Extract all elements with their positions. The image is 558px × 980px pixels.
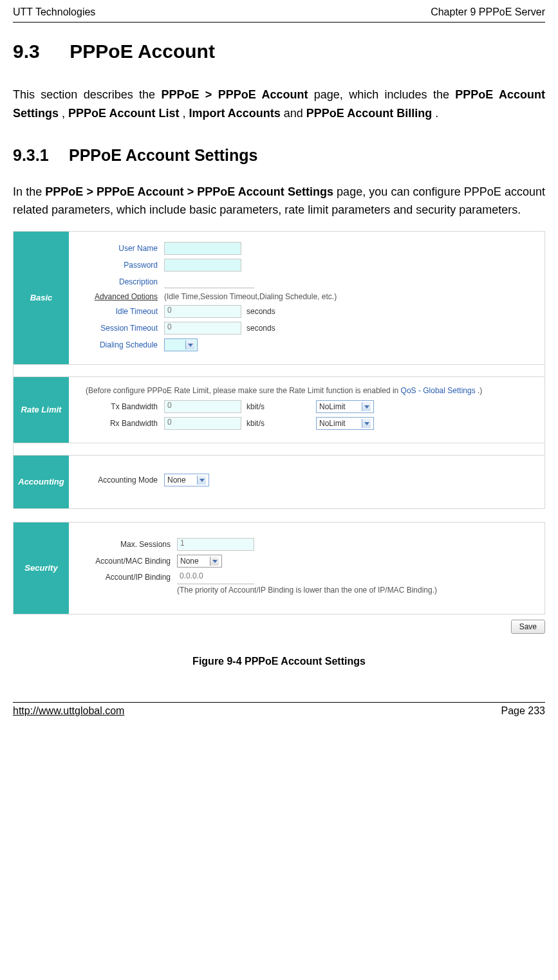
figure-caption: Figure 9-4 PPPoE Account Settings bbox=[13, 656, 545, 667]
accounting-mode-select[interactable]: None bbox=[164, 474, 209, 486]
advanced-options-link[interactable]: Advanced Options bbox=[80, 292, 164, 301]
section-9-3-1-title: PPPoE Account Settings bbox=[69, 146, 258, 164]
accounting-body: Accounting Mode None bbox=[69, 456, 544, 508]
section-9-3-title: PPPoE Account bbox=[70, 41, 215, 62]
chevron-down-icon bbox=[362, 419, 371, 428]
security-section: Security Max. Sessions 1 Account/MAC Bin… bbox=[14, 522, 544, 614]
section-9-3-1-heading: 9.3.1 PPPoE Account Settings bbox=[13, 146, 545, 165]
section-9-3-1-paragraph: In the PPPoE > PPPoE Account > PPPoE Acc… bbox=[13, 183, 545, 220]
session-timeout-unit: seconds bbox=[246, 324, 275, 333]
tx-limit-select[interactable]: NoLimit bbox=[316, 400, 374, 413]
tx-bandwidth-label: Tx Bandwidth bbox=[80, 402, 164, 411]
rate-limit-section: Rate Limit (Before configure PPPoE Rate … bbox=[14, 377, 544, 443]
section-9-3-heading: 9.3 PPPoE Account bbox=[13, 41, 545, 62]
chevron-down-icon bbox=[362, 402, 371, 411]
idle-timeout-unit: seconds bbox=[246, 307, 275, 316]
divider bbox=[14, 443, 544, 456]
rate-limit-note: (Before configure PPPoE Rate Limit, plea… bbox=[86, 386, 535, 395]
chevron-down-icon bbox=[210, 557, 219, 566]
rate-limit-tab: Rate Limit bbox=[14, 377, 69, 443]
description-input[interactable] bbox=[164, 275, 254, 288]
save-button[interactable]: Save bbox=[511, 620, 545, 634]
security-tab: Security bbox=[14, 522, 69, 614]
dialing-schedule-label: Dialing Schedule bbox=[80, 340, 164, 349]
password-input[interactable] bbox=[164, 259, 241, 272]
settings-panel-upper: Basic User Name Password Description Adv… bbox=[13, 231, 545, 509]
security-panel: Security Max. Sessions 1 Account/MAC Bin… bbox=[13, 522, 545, 615]
chevron-down-icon bbox=[185, 340, 194, 349]
accounting-section: Accounting Accounting Mode None bbox=[14, 456, 544, 508]
basic-tab: Basic bbox=[14, 232, 69, 364]
header-rule bbox=[13, 22, 545, 23]
figure-9-4: Basic User Name Password Description Adv… bbox=[13, 231, 545, 634]
max-sessions-label: Max. Sessions bbox=[80, 540, 177, 549]
mac-binding-value: None bbox=[180, 557, 199, 566]
header-right: Chapter 9 PPPoE Server bbox=[431, 6, 545, 18]
idle-timeout-label: Idle Timeout bbox=[80, 307, 164, 316]
header-left: UTT Technologies bbox=[13, 6, 95, 18]
section-9-3-paragraph: This section describes the PPPoE > PPPoE… bbox=[13, 86, 545, 123]
mac-binding-label: Account/MAC Binding bbox=[80, 557, 177, 566]
accounting-tab: Accounting bbox=[14, 456, 69, 508]
max-sessions-input[interactable]: 1 bbox=[177, 538, 254, 551]
rx-bandwidth-unit: kbit/s bbox=[246, 419, 265, 428]
ip-binding-input[interactable]: 0.0.0.0 bbox=[177, 571, 254, 584]
section-9-3-1-number: 9.3.1 bbox=[13, 146, 64, 165]
session-timeout-label: Session Timeout bbox=[80, 324, 164, 333]
divider bbox=[14, 364, 544, 377]
user-name-label: User Name bbox=[80, 244, 164, 253]
password-label: Password bbox=[80, 261, 164, 270]
rx-bandwidth-input[interactable]: 0 bbox=[164, 417, 241, 430]
footer-rule bbox=[13, 702, 545, 703]
rx-bandwidth-label: Rx Bandwidth bbox=[80, 419, 164, 428]
qos-global-settings-link[interactable]: QoS - Global Settings bbox=[401, 386, 476, 395]
rx-limit-select[interactable]: NoLimit bbox=[316, 417, 374, 430]
basic-body: User Name Password Description Advanced … bbox=[69, 232, 544, 364]
ip-binding-note: (The priority of Account/IP Binding is l… bbox=[177, 586, 437, 595]
page-number: Page 233 bbox=[501, 705, 545, 717]
mac-binding-select[interactable]: None bbox=[177, 555, 222, 568]
session-timeout-input[interactable]: 0 bbox=[164, 322, 241, 335]
section-9-3-number: 9.3 bbox=[13, 41, 64, 62]
basic-section: Basic User Name Password Description Adv… bbox=[14, 232, 544, 364]
tx-limit-value: NoLimit bbox=[319, 402, 346, 411]
advanced-options-hint: (Idle Time,Session Timeout,Dialing Sched… bbox=[164, 292, 337, 301]
description-label: Description bbox=[80, 277, 164, 286]
chevron-down-icon bbox=[197, 476, 206, 485]
security-body: Max. Sessions 1 Account/MAC Binding None… bbox=[69, 522, 544, 614]
accounting-mode-label: Accounting Mode bbox=[80, 476, 164, 485]
rate-limit-body: (Before configure PPPoE Rate Limit, plea… bbox=[69, 377, 544, 443]
rx-limit-value: NoLimit bbox=[319, 419, 346, 428]
user-name-input[interactable] bbox=[164, 242, 241, 255]
tx-bandwidth-unit: kbit/s bbox=[246, 402, 265, 411]
ip-binding-label: Account/IP Binding bbox=[80, 571, 177, 582]
footer-url[interactable]: http://www.uttglobal.com bbox=[13, 705, 124, 717]
dialing-schedule-select[interactable] bbox=[164, 338, 198, 351]
tx-bandwidth-input[interactable]: 0 bbox=[164, 400, 241, 413]
idle-timeout-input[interactable]: 0 bbox=[164, 305, 241, 318]
accounting-mode-value: None bbox=[167, 476, 186, 485]
